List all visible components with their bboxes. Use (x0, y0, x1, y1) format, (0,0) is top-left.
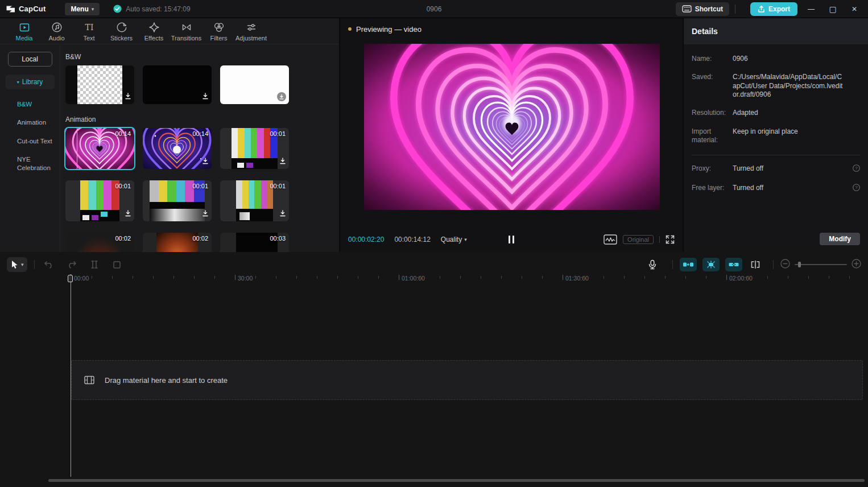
detail-row-free-layer: Free layer: Turned off ? (692, 184, 860, 193)
tab-stickers[interactable]: Stickers (105, 21, 138, 42)
thumbnail-transparent-clip[interactable] (65, 65, 134, 104)
timeline-zoom-slider[interactable] (795, 264, 847, 265)
thumbnail-neon-heart-pink[interactable]: 00:14 (65, 128, 134, 169)
duration-label: 00:01 (270, 183, 286, 189)
zoom-in-button[interactable] (852, 259, 861, 271)
thumbnail-neon-heart-purple[interactable]: 00:14 (143, 128, 212, 169)
top-bar: CapCut Menu▾ Auto saved: 15:47:09 0906 S… (0, 0, 868, 18)
main-track-magnet-toggle[interactable] (680, 258, 697, 271)
select-tool-button[interactable]: ▾ (7, 257, 27, 272)
thumbnail-color-bars-1[interactable]: 00:01 (220, 128, 289, 169)
record-voiceover-button[interactable] (645, 257, 660, 272)
original-resolution-button[interactable]: Original (623, 235, 654, 244)
details-panel: Details Name: 0906 Saved: C:/Users/Malav… (684, 18, 868, 252)
shortcut-button[interactable]: Shortcut (676, 2, 729, 16)
sidebar-item-cutout-text[interactable]: Cut-out Text (17, 132, 60, 150)
current-time: 00:00:02:20 (348, 236, 384, 244)
auto-snap-toggle[interactable] (702, 258, 720, 271)
thumbnail-white-clip[interactable] (220, 65, 289, 104)
delete-button[interactable] (110, 257, 125, 272)
details-divider (692, 155, 860, 155)
download-icon[interactable] (202, 156, 209, 167)
playhead-handle[interactable] (68, 275, 73, 282)
pause-button[interactable] (509, 236, 514, 244)
menu-button[interactable]: Menu▾ (65, 3, 100, 15)
adjustment-icon (245, 21, 258, 34)
svg-text:?: ? (855, 166, 858, 171)
sidebar-item-animation[interactable]: Animation (17, 113, 60, 131)
library-sidebar: Local ▾ Library B&W Animation Cut-out Te… (0, 45, 60, 252)
detail-row-resolution: Resolution: Adapted (692, 109, 860, 117)
timeline-dropzone[interactable]: Drag material here and start to create (71, 360, 863, 400)
help-icon[interactable]: ? (853, 164, 860, 174)
sidebar-item-local[interactable]: Local (8, 52, 52, 67)
download-icon[interactable] (277, 92, 286, 101)
download-icon[interactable] (202, 92, 209, 102)
quality-dropdown[interactable]: Quality▾ (441, 236, 467, 244)
zoom-out-button[interactable] (780, 259, 790, 271)
window-title: 0906 (427, 5, 442, 13)
tab-text[interactable]: TI Text (73, 21, 105, 42)
topbar-divider (735, 5, 735, 14)
chevron-down-icon: ▾ (464, 237, 467, 242)
fullscreen-icon[interactable] (666, 235, 675, 244)
keyboard-icon (682, 5, 692, 13)
media-icon (18, 21, 31, 34)
thumbnail-dark-clip[interactable]: 00:03 (220, 233, 289, 252)
maximize-button[interactable]: ▢ (825, 2, 841, 16)
help-icon[interactable]: ? (853, 184, 860, 193)
duration-label: 00:03 (270, 235, 286, 242)
preview-title: Previewing — video (356, 25, 421, 34)
tab-media[interactable]: Media (8, 21, 40, 42)
filters-icon (213, 21, 225, 34)
playback-controls: 00:00:02:20 00:00:14:12 Quality▾ Origina… (340, 228, 683, 251)
download-icon[interactable] (202, 209, 209, 219)
preview-quality-waveform-icon[interactable] (604, 234, 617, 245)
chevron-down-icon: ▾ (21, 262, 24, 267)
tab-adjustment[interactable]: Adjustment (235, 21, 267, 42)
download-icon[interactable] (279, 209, 286, 219)
thumbnail-ember-glow[interactable]: 00:02 (65, 233, 134, 252)
thumbnail-color-bars-4[interactable]: 00:01 (220, 180, 289, 221)
detail-row-saved: Saved: C:/Users/Malavida/AppData/Local/C… (692, 73, 860, 99)
svg-text:?: ? (855, 185, 858, 190)
redo-button[interactable] (64, 257, 79, 272)
video-viewport[interactable] (364, 44, 660, 210)
tab-transitions[interactable]: Transitions (170, 21, 202, 42)
download-icon[interactable] (279, 156, 286, 167)
export-button[interactable]: Export (750, 2, 797, 16)
duration-label: 00:14 (192, 130, 208, 137)
thumbnail-color-bars-2[interactable]: 00:01 (65, 180, 134, 221)
close-button[interactable]: ✕ (846, 2, 862, 16)
timeline-horizontal-scrollbar[interactable] (48, 479, 865, 482)
library-content: B&W Animation (61, 45, 339, 252)
modify-button[interactable]: Modify (820, 233, 860, 245)
sidebar-item-bw[interactable]: B&W (17, 95, 60, 113)
detail-row-proxy: Proxy: Turned off ? (692, 164, 860, 174)
tab-audio[interactable]: Audio (40, 21, 73, 42)
thumbnail-black-clip[interactable] (143, 65, 212, 104)
download-icon[interactable] (125, 92, 131, 102)
preview-axis-toggle[interactable] (748, 257, 763, 272)
download-icon[interactable] (125, 209, 131, 219)
duration-label: 00:02 (192, 235, 208, 242)
thumbnail-color-bars-3[interactable]: 00:01 (143, 180, 212, 221)
duration-label: 00:01 (192, 183, 208, 189)
sidebar-item-nye-celebration[interactable]: NYE Celebration (17, 150, 52, 177)
media-tabstrip: Media Audio TI Text Stickers Effects Tra… (0, 18, 339, 44)
minimize-button[interactable]: — (803, 2, 819, 16)
autosave-check-icon (113, 5, 122, 13)
tab-effects[interactable]: Effects (138, 21, 170, 42)
split-button[interactable] (87, 257, 102, 272)
duration-label: 00:02 (115, 235, 131, 242)
link-clips-toggle[interactable] (725, 258, 742, 271)
preview-panel: Previewing — video (340, 18, 683, 252)
zoom-slider-handle[interactable] (798, 262, 801, 267)
sidebar-item-library[interactable]: ▾ Library (6, 75, 55, 89)
tab-filters[interactable]: Filters (202, 21, 235, 42)
timeline-ruler[interactable]: 00:0030:0001:00:0001:30:0002:00:00 (71, 274, 863, 284)
thumbnail-ember-center[interactable]: 00:02 (143, 233, 212, 252)
undo-button[interactable] (42, 257, 56, 272)
autosave-status: Auto saved: 15:47:09 (113, 5, 190, 13)
playhead-line[interactable] (71, 274, 71, 477)
